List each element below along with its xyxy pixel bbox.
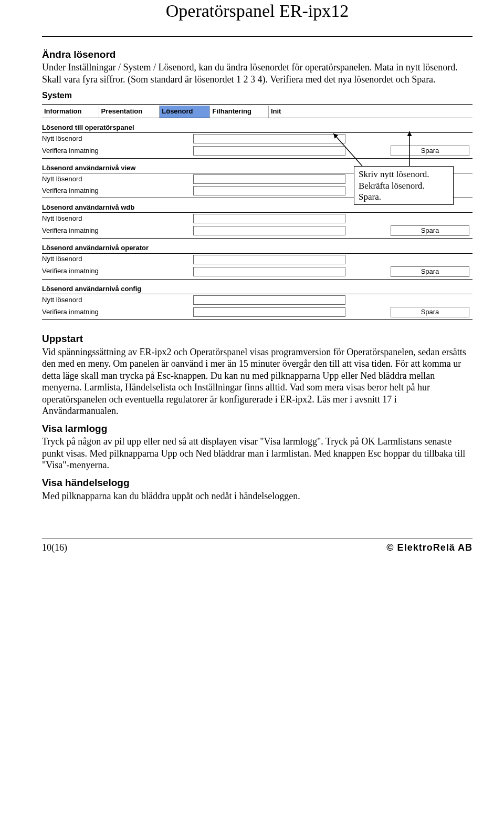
label-nytt: Nytt lösenord bbox=[42, 175, 189, 183]
label-nytt: Nytt lösenord bbox=[42, 296, 189, 304]
input-verifiera-2[interactable] bbox=[193, 226, 345, 235]
group-head-operatorspanel: Lösenord till operatörspanel bbox=[42, 121, 472, 133]
para-andra-losenord: Under Inställningar / System / Lösenord,… bbox=[42, 61, 472, 85]
save-button-2[interactable]: Spara bbox=[391, 225, 469, 236]
heading-andra-losenord: Ändra lösenord bbox=[42, 48, 472, 61]
row-verifiera-0: Verifiera inmatning Spara bbox=[42, 144, 472, 157]
row-verifiera-3: Verifiera inmatning Spara bbox=[42, 265, 472, 278]
para-visa-larmlogg: Tryck på någon av pil upp eller ned så a… bbox=[42, 436, 472, 471]
group-divider bbox=[42, 319, 472, 320]
input-verifiera-4[interactable] bbox=[193, 307, 345, 317]
group-head-config: Lösenord användarnivå config bbox=[42, 283, 472, 294]
label-nytt: Nytt lösenord bbox=[42, 214, 189, 223]
input-verifiera-3[interactable] bbox=[193, 267, 345, 276]
row-nytt-4: Nytt lösenord bbox=[42, 294, 472, 306]
label-verifiera: Verifiera inmatning bbox=[42, 187, 189, 195]
row-verifiera-2: Verifiera inmatning Spara bbox=[42, 224, 472, 237]
input-nytt-3[interactable] bbox=[193, 255, 345, 264]
tab-filhantering[interactable]: Filhantering bbox=[210, 106, 268, 117]
callout-line1: Skriv nytt lösenord. bbox=[359, 169, 449, 180]
tab-losenord[interactable]: Lösenord bbox=[160, 106, 210, 117]
ui-divider bbox=[42, 104, 472, 105]
save-button-4[interactable]: Spara bbox=[391, 307, 469, 317]
page-footer: 10(16) © ElektroRelä AB bbox=[42, 539, 472, 554]
label-verifiera: Verifiera inmatning bbox=[42, 308, 189, 316]
input-verifiera-0[interactable] bbox=[193, 146, 345, 156]
heading-visa-handelselogg: Visa händelselogg bbox=[42, 477, 472, 489]
row-verifiera-4: Verifiera inmatning Spara bbox=[42, 306, 472, 318]
tab-information[interactable]: Information bbox=[42, 106, 99, 117]
save-button-0[interactable]: Spara bbox=[391, 146, 469, 156]
label-verifiera: Verifiera inmatning bbox=[42, 147, 189, 155]
save-button-3[interactable]: Spara bbox=[391, 266, 469, 277]
tab-row: Information Presentation Lösenord Filhan… bbox=[42, 106, 472, 118]
page-title: Operatörspanel ER-ipx12 bbox=[42, 0, 472, 25]
input-nytt-2[interactable] bbox=[193, 214, 345, 223]
label-verifiera: Verifiera inmatning bbox=[42, 226, 189, 235]
group-divider bbox=[42, 238, 472, 239]
page-number: 10(16) bbox=[42, 542, 67, 554]
callout-box: Skriv nytt lösenord. Bekräfta lösenord. … bbox=[354, 166, 454, 205]
ui-system-panel: System Information Presentation Lösenord… bbox=[42, 90, 472, 320]
callout-line3: Spara. bbox=[359, 191, 449, 202]
group-divider bbox=[42, 158, 472, 159]
label-nytt: Nytt lösenord bbox=[42, 255, 189, 263]
row-nytt-0: Nytt lösenord bbox=[42, 133, 472, 144]
heading-visa-larmlogg: Visa larmlogg bbox=[42, 422, 472, 435]
input-verifiera-1[interactable] bbox=[193, 186, 345, 195]
ui-system-label: System bbox=[42, 90, 472, 101]
group-head-operator: Lösenord användarnivå operator bbox=[42, 242, 472, 253]
title-divider bbox=[42, 36, 472, 37]
label-nytt: Nytt lösenord bbox=[42, 135, 189, 143]
para-visa-handelselogg: Med pilknapparna kan du bläddra uppåt oc… bbox=[42, 490, 472, 502]
row-nytt-2: Nytt lösenord bbox=[42, 213, 472, 224]
input-nytt-4[interactable] bbox=[193, 295, 345, 305]
group-divider bbox=[42, 279, 472, 280]
input-nytt-0[interactable] bbox=[193, 134, 345, 143]
tab-init[interactable]: Init bbox=[269, 106, 298, 117]
heading-uppstart: Uppstart bbox=[42, 333, 472, 345]
label-verifiera: Verifiera inmatning bbox=[42, 267, 189, 275]
para-uppstart: Vid spänningssättning av ER-ipx2 och Ope… bbox=[42, 346, 472, 417]
footer-org: © ElektroRelä AB bbox=[386, 542, 472, 554]
input-nytt-1[interactable] bbox=[193, 174, 345, 184]
callout-line2: Bekräfta lösenord. bbox=[359, 180, 449, 191]
row-nytt-3: Nytt lösenord bbox=[42, 254, 472, 265]
tab-presentation[interactable]: Presentation bbox=[99, 106, 160, 117]
